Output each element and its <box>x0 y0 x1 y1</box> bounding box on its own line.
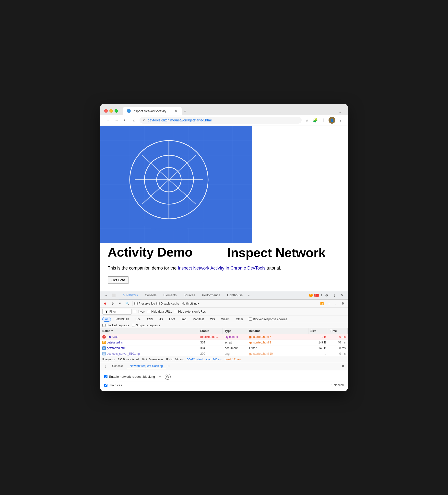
network-conditions-icon[interactable]: 📶 <box>319 301 325 306</box>
network-settings-button[interactable]: ⚙ <box>340 301 346 306</box>
filter-toggle-button[interactable]: ▼ <box>117 301 123 306</box>
cell-name-2: JS getstarted.js <box>100 340 198 345</box>
minimize-traffic-light[interactable] <box>109 109 113 113</box>
devtools-close-button[interactable]: ✕ <box>339 292 346 299</box>
enable-nrb-checkbox[interactable] <box>104 375 108 378</box>
type-filter-js[interactable]: JS <box>157 317 165 322</box>
back-button[interactable]: ← <box>104 117 111 124</box>
type-filter-fetch-xhr[interactable]: Fetch/XHR <box>112 317 132 322</box>
new-tab-button[interactable]: + <box>182 108 189 115</box>
blocked-requests-checkbox[interactable] <box>102 324 106 327</box>
devtools-link[interactable]: Inspect Network Activity In Chrome DevTo… <box>178 266 265 271</box>
devtools-more-button[interactable]: ⋮ <box>331 292 338 299</box>
tab-network-request-blocking[interactable]: Network request blocking <box>127 363 166 369</box>
img-file-icon: 🖼 <box>102 352 106 356</box>
close-traffic-light[interactable] <box>104 109 108 113</box>
table-row[interactable]: 🖼 devtools_server_510.png 200 png getsta… <box>100 351 348 357</box>
maximize-traffic-light[interactable] <box>115 109 118 113</box>
blocked-cookies-checkbox[interactable] <box>249 317 252 321</box>
preserve-log-label[interactable]: Preserve log <box>135 302 155 305</box>
hide-data-urls-label[interactable]: Hide data URLs <box>147 310 172 313</box>
preserve-log-checkbox[interactable] <box>135 302 137 305</box>
enable-nrb-label[interactable]: Enable network request blocking <box>104 375 155 378</box>
cell-size-4: ... <box>309 351 328 357</box>
tab-overflow-button[interactable]: ⌄ <box>337 109 344 115</box>
throttle-dropdown-icon: ▾ <box>198 302 200 305</box>
throttle-selector[interactable]: No throttling ▾ <box>181 301 201 306</box>
disable-cache-label[interactable]: Disable cache <box>156 302 179 305</box>
inspect-element-icon[interactable]: ⊹ <box>102 292 109 299</box>
type-filter-font[interactable]: Font <box>166 317 178 322</box>
type-filter-wasm[interactable]: Wasm <box>219 317 232 322</box>
cell-time-3: 88 ms <box>328 345 348 351</box>
type-filter-manifest[interactable]: Manifest <box>190 317 206 322</box>
record-stop-button[interactable]: ⏺ <box>102 301 108 306</box>
table-row[interactable]: JS getstarted.js 304 script getstarted.h… <box>100 340 348 345</box>
profile-button[interactable]: 👤 <box>328 117 335 124</box>
third-party-requests-checkbox[interactable] <box>132 324 135 327</box>
disable-cache-text: Disable cache <box>161 302 179 305</box>
hide-extension-urls-checkbox[interactable] <box>174 310 177 313</box>
tab-console-bottom[interactable]: Console <box>109 363 126 369</box>
cell-initiator-1[interactable]: getstarted.html:7 <box>247 334 309 340</box>
reload-button[interactable]: ↻ <box>122 117 129 124</box>
nrb-tab-close[interactable]: ✕ <box>167 364 171 368</box>
tab-close-button[interactable]: ✕ <box>174 109 178 113</box>
toolbar-separator <box>132 301 133 306</box>
tab-console[interactable]: Console <box>141 291 160 299</box>
hide-extension-urls-label[interactable]: Hide extension URLs <box>174 310 206 313</box>
tab-performance[interactable]: Performance <box>199 291 224 299</box>
cell-time-2: 40 ms <box>328 340 348 345</box>
page-body: Activity Demo Inspect Network This is th… <box>100 243 348 291</box>
tab-elements[interactable]: Elements <box>160 291 180 299</box>
devtools-tab-icons: ⊹ ⬜ <box>102 292 117 299</box>
bottom-panel-close[interactable]: ✕ <box>340 363 346 369</box>
hide-data-urls-checkbox[interactable] <box>147 310 150 313</box>
active-tab[interactable]: 🌐 Inspect Network Activity Dem ✕ <box>123 107 182 115</box>
url-bar[interactable]: ⚙ devtools.glitch.me/network/getstarted.… <box>139 117 302 124</box>
type-filter-ws[interactable]: WS <box>207 317 217 322</box>
more-tabs-button[interactable]: » <box>246 292 251 299</box>
type-filter-img[interactable]: Img <box>179 317 189 322</box>
invert-label[interactable]: Invert <box>134 310 145 313</box>
bookmark-button[interactable]: ☆ <box>304 117 311 124</box>
third-party-requests-label[interactable]: 3rd-party requests <box>132 324 160 327</box>
nrb-clear-button[interactable]: ⊘ <box>165 374 171 380</box>
nrb-rule-checkbox[interactable] <box>104 384 108 387</box>
export-button[interactable]: ↓ <box>333 301 339 306</box>
blocked-requests-label[interactable]: Blocked requests <box>102 324 129 327</box>
search-button[interactable]: 🔍 <box>124 301 130 306</box>
filter-input[interactable] <box>109 310 129 313</box>
home-button[interactable]: ⌂ <box>131 117 137 124</box>
tab-network[interactable]: ⚠ Network <box>119 291 141 299</box>
nrb-rule[interactable]: main.css 1 blocked <box>103 381 345 389</box>
type-filter-other[interactable]: Other <box>233 317 246 322</box>
devtools-settings-button[interactable]: ⚙ <box>323 292 330 299</box>
get-data-button[interactable]: Get Data <box>108 276 129 284</box>
tab-lighthouse[interactable]: Lighthouse <box>224 291 246 299</box>
disable-cache-checkbox[interactable] <box>156 302 160 305</box>
blocked-cookies-label[interactable]: Blocked response cookies <box>249 317 287 321</box>
type-filter-css[interactable]: CSS <box>144 317 156 322</box>
type-filter-all[interactable]: All <box>102 317 111 322</box>
address-actions: ☆ 🧩 | 👤 ⋮ <box>304 117 344 124</box>
extensions-button[interactable]: 🧩 <box>312 117 319 124</box>
forward-button[interactable]: → <box>113 117 120 124</box>
type-filter-doc[interactable]: Doc <box>133 317 143 322</box>
js-file-icon: JS <box>102 341 106 344</box>
import-button[interactable]: ↑ <box>326 301 332 306</box>
cell-initiator-4[interactable]: getstarted.html:10 <box>247 351 309 357</box>
bottom-panel-menu[interactable]: ⋮ <box>102 363 108 369</box>
clear-button[interactable]: ⊘ <box>110 301 116 306</box>
tab-sources[interactable]: Sources <box>180 291 199 299</box>
nrb-add-button[interactable]: + <box>157 374 163 380</box>
invert-checkbox[interactable] <box>134 310 137 313</box>
tab-network-label: Network <box>126 293 138 297</box>
device-toolbar-icon[interactable]: ⬜ <box>110 292 117 299</box>
menu-button[interactable]: ⋮ <box>337 117 344 124</box>
cell-initiator-2[interactable]: getstarted.html:9 <box>247 340 309 345</box>
cell-status-3: 304 <box>198 345 223 351</box>
devtools-tab-right: 1 🚩 1 ⚙ ⋮ ✕ <box>309 292 346 299</box>
table-row[interactable]: ≡ getstarted.html 304 document Other 148… <box>100 345 348 351</box>
table-row[interactable]: ✕ main.css (blocked:de... stylesheet get… <box>100 334 348 340</box>
